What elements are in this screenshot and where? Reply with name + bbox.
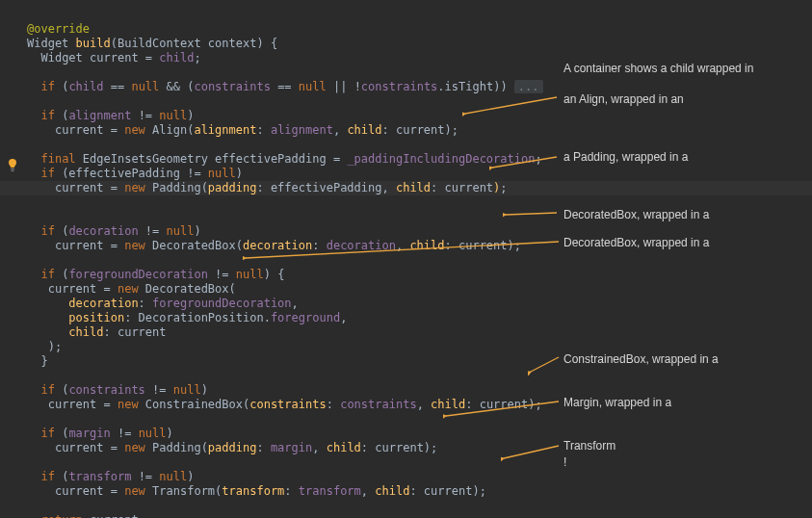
line-21: if (margin != null) (27, 427, 173, 440)
line-12: if (foregroundDecoration != null) { (27, 268, 284, 281)
annotation-7: Margin, wrapped in a (563, 395, 671, 410)
line-15: position: DecorationPosition.foreground, (27, 311, 347, 324)
svg-rect-0 (11, 168, 14, 169)
annotation-6: ConstrainedBox, wrapped in a (563, 351, 719, 367)
lightbulb-icon[interactable] (5, 158, 20, 173)
line-4: if (child == null && (constraints == nul… (27, 80, 543, 93)
annotation-override: @override (27, 22, 90, 36)
line-11: current = new DecoratedBox(decoration: d… (27, 239, 521, 252)
annotation-2: an Align, wrapped in an (563, 91, 684, 107)
svg-rect-1 (12, 170, 14, 171)
line-8: if (effectivePadding != null) (27, 167, 243, 180)
line-3: Widget current = child; (27, 51, 201, 65)
annotation-1: A container shows a child wrapped in (563, 61, 753, 76)
line-2: Widget build(BuildContext context) { (27, 37, 277, 50)
line-13: current = new DecoratedBox( (27, 282, 236, 296)
line-22: current = new Padding(padding: margin, c… (27, 441, 437, 454)
annotation-5: DecoratedBox, wrapped in a (563, 235, 709, 250)
line-5: if (alignment != null) (27, 109, 194, 122)
line-9-highlighted: current = new Padding(padding: effective… (0, 181, 812, 195)
line-10: if (decoration != null) (27, 224, 201, 238)
line-25: return current; (27, 513, 145, 518)
line-20: current = new ConstrainedBox(constraints… (27, 398, 542, 411)
line-19: if (constraints != null) (27, 383, 208, 397)
annotation-9: ! (563, 454, 566, 470)
line-7: final EdgeInsetsGeometry effectivePaddin… (27, 152, 542, 166)
annotation-4: DecoratedBox, wrapped in a (563, 207, 709, 222)
line-24: current = new Transform(transform: trans… (27, 484, 486, 498)
fold-ellipsis[interactable]: ... (514, 80, 543, 93)
annotation-8: Transform (563, 438, 616, 453)
line-16: child: current (27, 325, 167, 339)
annotation-3: a Padding, wrapped in a (563, 149, 688, 165)
line-23: if (transform != null) (27, 470, 194, 483)
line-17: ); (27, 340, 62, 353)
line-18: } (27, 354, 48, 368)
code-editor: @override Widget build(BuildContext cont… (0, 0, 812, 518)
line-6: current = new Align(alignment: alignment… (27, 123, 458, 137)
line-14: decoration: foregroundDecoration, (27, 297, 299, 310)
